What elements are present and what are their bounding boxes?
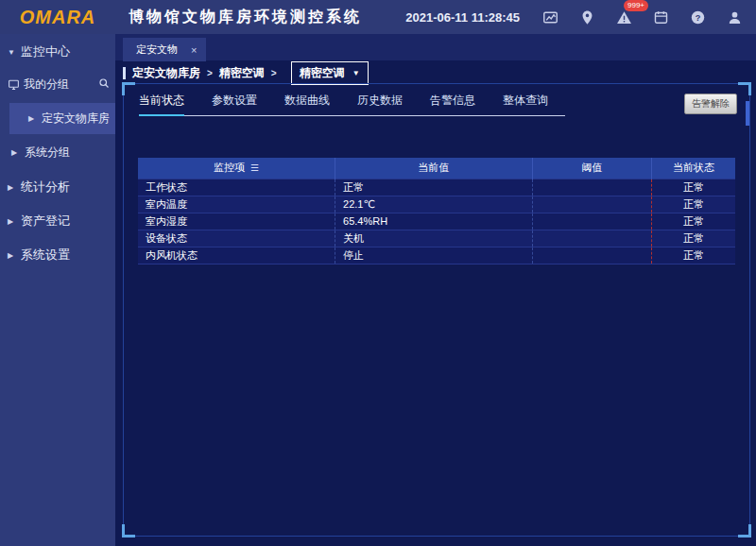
datetime-display: 2021-06-11 11:28:45 bbox=[405, 10, 520, 25]
tab-history-data[interactable]: 历史数据 bbox=[357, 93, 403, 116]
cell-current-value: 关机 bbox=[335, 230, 533, 247]
monitor-icon bbox=[8, 78, 20, 92]
tab-dingan[interactable]: 定安文物 × bbox=[123, 38, 206, 61]
screenshot-icon[interactable] bbox=[541, 9, 558, 26]
device-dropdown[interactable]: 精密空调 ▼ bbox=[291, 61, 369, 85]
tab-label: 定安文物 bbox=[136, 43, 178, 57]
sidebar-nav: ▼ 监控中心 我的分组 ▶ 定安文物库房 ▶ 系统分组 ▶ 统计分析 ▶ 资产登… bbox=[0, 34, 115, 546]
caret-down-icon: ▼ bbox=[8, 48, 17, 57]
cell-threshold bbox=[532, 179, 651, 196]
panel-tab-bar: 当前状态 参数设置 数据曲线 历史数据 告警信息 整体查询 bbox=[139, 93, 565, 116]
scrollbar-thumb[interactable] bbox=[746, 101, 749, 126]
breadcrumb-separator: > bbox=[207, 68, 213, 78]
main-content: 定安文物 × 定安文物库房 > 精密空调 > 精密空调 ▼ 当前状态 参数设置 … bbox=[115, 34, 756, 546]
breadcrumb-section[interactable]: 精密空调 bbox=[219, 65, 265, 81]
sidebar-item-label: 系统设置 bbox=[21, 247, 70, 264]
top-header-bar: OMARA 博物馆文物库房环境测控系统 2021-06-11 11:28:45 … bbox=[0, 0, 756, 34]
tab-parameter-settings[interactable]: 参数设置 bbox=[212, 93, 257, 116]
page-title: 博物馆文物库房环境测控系统 bbox=[129, 8, 362, 27]
table-row[interactable]: 工作状态 正常 正常 bbox=[138, 179, 735, 196]
help-icon[interactable]: ? bbox=[689, 9, 706, 26]
table-header-row: 监控项☰ 当前值 阈值 当前状态 bbox=[138, 158, 735, 179]
tab-current-status[interactable]: 当前状态 bbox=[139, 93, 184, 116]
cell-threshold bbox=[532, 247, 651, 264]
sidebar-item-system-settings[interactable]: ▶ 系统设置 bbox=[0, 237, 115, 271]
caret-right-icon: ▶ bbox=[8, 217, 17, 226]
cell-current-value: 65.4%RH bbox=[335, 213, 533, 230]
sidebar-item-my-groups[interactable]: 我的分组 bbox=[0, 68, 115, 101]
sidebar-item-label: 系统分组 bbox=[25, 145, 70, 161]
sidebar-item-label: 统计分析 bbox=[21, 179, 70, 196]
alarm-count-badge: 999+ bbox=[624, 0, 648, 11]
monitoring-table: 监控项☰ 当前值 阈值 当前状态 工作状态 正常 正常 室内温度 22.1℃ bbox=[138, 158, 735, 264]
cell-item: 室内温度 bbox=[138, 196, 335, 213]
column-header-threshold[interactable]: 阈值 bbox=[532, 158, 651, 179]
caret-right-icon: ▶ bbox=[11, 148, 21, 157]
sidebar-item-label: 我的分组 bbox=[24, 77, 98, 93]
close-icon[interactable]: × bbox=[191, 44, 197, 56]
sidebar-item-label: 监控中心 bbox=[21, 43, 70, 60]
tab-data-curve[interactable]: 数据曲线 bbox=[284, 93, 330, 116]
table-row[interactable]: 室内温度 22.1℃ 正常 bbox=[138, 196, 735, 213]
breadcrumb: 定安文物库房 > 精密空调 > 精密空调 ▼ bbox=[115, 60, 756, 85]
column-header-status[interactable]: 当前状态 bbox=[651, 158, 735, 179]
tab-overall-query[interactable]: 整体查询 bbox=[503, 93, 548, 116]
caret-right-icon: ▶ bbox=[8, 183, 17, 192]
cell-threshold bbox=[532, 213, 651, 230]
cell-current-value: 22.1℃ bbox=[335, 196, 533, 213]
sidebar-item-label: 定安文物库房 bbox=[42, 111, 110, 127]
sidebar-item-monitoring-center[interactable]: ▼ 监控中心 bbox=[0, 34, 115, 68]
cell-current-value: 停止 bbox=[335, 247, 533, 264]
breadcrumb-root[interactable]: 定安文物库房 bbox=[132, 65, 200, 81]
tab-alarm-info[interactable]: 告警信息 bbox=[430, 93, 475, 116]
cell-item: 室内湿度 bbox=[138, 213, 335, 230]
svg-text:?: ? bbox=[695, 12, 700, 22]
panel-corner-decoration bbox=[122, 82, 135, 95]
caret-right-icon: ▶ bbox=[8, 251, 17, 260]
sidebar-item-asset-registration[interactable]: ▶ 资产登记 bbox=[0, 203, 115, 237]
topbar-actions: 2021-06-11 11:28:45 999+ ? bbox=[405, 9, 756, 26]
cell-item: 工作状态 bbox=[138, 179, 335, 196]
table-row[interactable]: 设备状态 关机 正常 bbox=[138, 230, 735, 247]
panel-corner-decoration bbox=[122, 524, 135, 537]
caret-right-icon: ▶ bbox=[28, 114, 38, 123]
status-badge: 正常 bbox=[651, 213, 735, 230]
device-dropdown-value: 精密空调 bbox=[300, 65, 345, 81]
breadcrumb-separator: > bbox=[271, 68, 277, 78]
alarm-icon[interactable]: 999+ bbox=[615, 9, 632, 26]
status-badge: 正常 bbox=[651, 196, 735, 213]
sidebar-item-system-groups[interactable]: ▶ 系统分组 bbox=[0, 136, 115, 169]
panel-corner-decoration bbox=[738, 524, 751, 537]
column-header-current-value[interactable]: 当前值 bbox=[335, 158, 533, 179]
table-row[interactable]: 内风机状态 停止 正常 bbox=[138, 247, 735, 264]
list-menu-icon[interactable]: ☰ bbox=[250, 162, 259, 173]
column-header-item[interactable]: 监控项☰ bbox=[138, 158, 335, 179]
cell-item: 内风机状态 bbox=[138, 247, 335, 264]
user-icon[interactable] bbox=[726, 9, 743, 26]
status-badge: 正常 bbox=[651, 230, 735, 247]
status-panel: 当前状态 参数设置 数据曲线 历史数据 告警信息 整体查询 告警解除 监控项☰ … bbox=[123, 83, 750, 537]
cell-current-value: 正常 bbox=[335, 179, 533, 196]
cell-item: 设备状态 bbox=[138, 230, 335, 247]
open-tabs-bar: 定安文物 × bbox=[115, 34, 756, 60]
cell-threshold bbox=[532, 230, 651, 247]
logo-container: OMARA bbox=[0, 7, 115, 28]
search-icon[interactable] bbox=[98, 77, 110, 92]
sidebar-item-label: 资产登记 bbox=[21, 213, 70, 230]
breadcrumb-accent-bar bbox=[123, 67, 126, 79]
status-badge: 正常 bbox=[651, 247, 735, 264]
sidebar-item-statistics[interactable]: ▶ 统计分析 bbox=[0, 169, 115, 203]
status-badge: 正常 bbox=[651, 179, 735, 196]
chevron-down-icon: ▼ bbox=[352, 69, 360, 77]
sidebar-item-group-selected[interactable]: ▶ 定安文物库房 bbox=[9, 103, 115, 134]
cell-threshold bbox=[532, 196, 651, 213]
alarm-clear-button[interactable]: 告警解除 bbox=[684, 94, 737, 114]
panel-corner-decoration bbox=[738, 82, 751, 95]
brand-logo: OMARA bbox=[20, 7, 96, 27]
location-icon[interactable] bbox=[578, 9, 595, 26]
calendar-icon[interactable] bbox=[652, 9, 669, 26]
table-row[interactable]: 室内湿度 65.4%RH 正常 bbox=[138, 213, 735, 230]
